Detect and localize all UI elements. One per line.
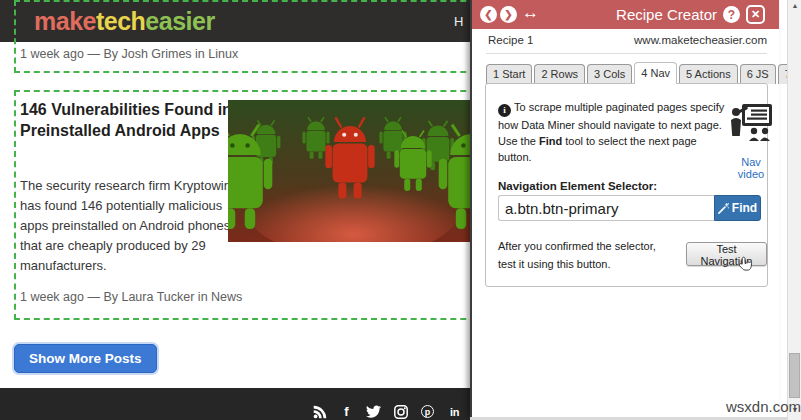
pinterest-icon[interactable]: p [420, 404, 435, 419]
rss-icon[interactable] [312, 404, 327, 419]
show-more-posts-button[interactable]: Show More Posts [14, 344, 157, 373]
panel-resize-icon[interactable]: ↔ [522, 3, 539, 23]
test-navigation-button[interactable]: Test Navigation [686, 242, 767, 266]
tab-js[interactable]: 6 JS [740, 64, 776, 84]
tab-nav[interactable]: 4 Nav [634, 62, 677, 84]
post-excerpt: The security research firm Kryptowire ha… [20, 176, 250, 276]
close-icon[interactable]: ✕ [746, 5, 765, 24]
recipe-tabs: 1 Start 2 Rows 3 Cols 4 Nav 5 Actions 6 … [486, 63, 801, 84]
screenshot-root: maketecheasier H 1 week ago — By Josh Gr… [0, 0, 801, 420]
facebook-icon[interactable]: f [339, 404, 354, 419]
nav-info-text: iTo scrape multiple paginated pages spec… [498, 99, 726, 165]
linkedin-icon[interactable]: in [447, 404, 462, 419]
recipe-creator-panel: ❮ ❯ ↔ Recipe Creator ? ✕ Recipe 1 www.ma… [470, 0, 779, 417]
navigation-selector-label: Navigation Element Selector: [498, 180, 657, 192]
android-robots-illustration [228, 100, 478, 242]
panel-next-icon[interactable]: ❯ [500, 6, 517, 23]
tab-start[interactable]: 1 Start [486, 64, 532, 84]
site-footer: f p in [0, 388, 480, 420]
help-icon[interactable]: ? [723, 6, 740, 23]
find-button-label: Find [732, 201, 757, 215]
android-article-image[interactable] [228, 100, 478, 242]
confirm-text-line2: test it using this button. [498, 258, 611, 270]
previous-post-byline: 1 week ago — By Josh Grimes in Linux [20, 47, 238, 61]
scrollbar-up-icon[interactable]: ▲ [788, 2, 801, 9]
tab-actions[interactable]: 5 Actions [679, 64, 738, 84]
info-icon: i [498, 104, 511, 117]
recipe-info-row: Recipe 1 www.maketecheasier.com [486, 34, 767, 54]
social-links: f p in [312, 404, 462, 419]
recipe-site-url: www.maketecheasier.com [634, 34, 767, 46]
browser-scrollbar[interactable]: ▲ ▼ [787, 0, 801, 420]
panel-title: Recipe Creator [616, 6, 717, 23]
tab-rows[interactable]: 2 Rows [534, 64, 585, 84]
presentation-icon[interactable] [729, 103, 773, 155]
instagram-icon[interactable] [393, 404, 408, 419]
nav-info-find: Find [539, 135, 562, 147]
scrollbar-thumb[interactable] [789, 353, 800, 398]
magic-wand-icon [718, 203, 729, 214]
row-highlight-previous-post [14, 0, 496, 73]
post-title-link[interactable]: 146 Vulnerabilities Found in Preinstalle… [20, 99, 252, 141]
panel-header: ❮ ❯ ↔ Recipe Creator ? ✕ [472, 0, 779, 29]
post-byline: 1 week ago — By Laura Tucker in News [20, 290, 242, 304]
confirm-text-line1: After you confirmed the selector, [498, 240, 656, 252]
panel-prev-icon[interactable]: ❮ [480, 6, 497, 23]
recipe-name: Recipe 1 [488, 34, 533, 46]
nav-video-link[interactable]: Nav video [727, 156, 775, 180]
watermark-text: wsxdn.com [726, 398, 801, 415]
find-button[interactable]: Find [714, 195, 761, 221]
tab-cols[interactable]: 3 Cols [587, 64, 632, 84]
hand-cursor-icon [738, 256, 753, 275]
twitter-icon[interactable] [366, 404, 381, 419]
nav-tab-content: iTo scrape multiple paginated pages spec… [485, 83, 768, 287]
navigation-selector-input[interactable] [498, 195, 714, 221]
